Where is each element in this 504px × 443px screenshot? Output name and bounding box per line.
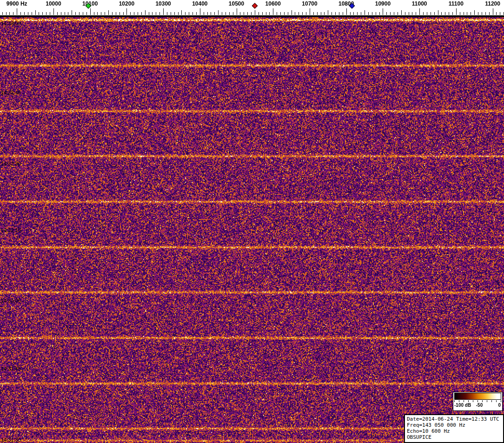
- spectrum-waterfall-window: 9900 Hz100001010010200103001040010500106…: [0, 0, 504, 443]
- info-date-time: Date=2014-06-24 Time=12:33 UTC: [407, 416, 501, 422]
- ruler-marker-blue[interactable]: [349, 3, 355, 9]
- legend-max-db-label: 0: [498, 403, 501, 408]
- ruler-marker-red[interactable]: [252, 3, 258, 9]
- legend-labels-row: -100 dB -50 0: [454, 402, 501, 408]
- db-color-scale-legend: -100 dB -50 0: [453, 392, 503, 411]
- spectrogram-canvas[interactable]: [0, 17, 504, 443]
- frequency-ruler[interactable]: 9900 Hz100001010010200103001040010500106…: [0, 0, 504, 17]
- ruler-markers: [0, 0, 504, 17]
- info-echo: Echo=10 600 Hz: [407, 428, 501, 434]
- observation-info-box: Date=2014-06-24 Time=12:33 UTC Freq=143 …: [404, 414, 504, 443]
- color-gradient-bar: [454, 393, 501, 400]
- spectrogram-waterfall[interactable]: 14:33:0014:32:4514:32:3014:32:1514:32:00…: [0, 17, 504, 443]
- ruler-marker-green[interactable]: [85, 3, 91, 9]
- info-frequency: Freq=143 050 000 Hz: [407, 422, 501, 428]
- info-station: OBSUPICE: [407, 434, 501, 440]
- legend-min-db-label: -100 dB: [454, 403, 471, 408]
- legend-mid-db-label: -50: [476, 403, 483, 408]
